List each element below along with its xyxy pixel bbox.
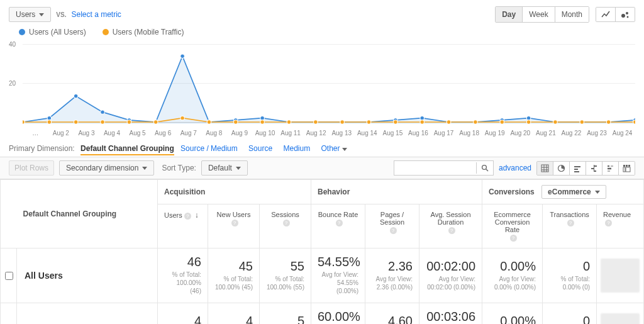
svg-point-7 bbox=[101, 110, 104, 114]
sort-arrow-icon: ↓ bbox=[195, 211, 199, 220]
y-tick-40: 40 bbox=[9, 41, 16, 48]
help-icon[interactable]: ? bbox=[231, 220, 238, 226]
metric-selector[interactable]: Users bbox=[9, 7, 51, 22]
col-new-users[interactable]: New Users? bbox=[208, 204, 260, 249]
help-icon[interactable]: ? bbox=[510, 235, 517, 242]
svg-point-34 bbox=[180, 116, 184, 120]
svg-point-52 bbox=[482, 165, 487, 170]
cell-bounce: 60.00%Avg for View:54.55% (10.00%) bbox=[311, 303, 365, 325]
legend-series-2: Users (Mobile Traffic) bbox=[103, 28, 184, 36]
chart-type-group bbox=[596, 7, 635, 22]
view-cloud-icon[interactable] bbox=[602, 162, 619, 175]
dim-medium[interactable]: Medium bbox=[283, 144, 310, 153]
svg-rect-73 bbox=[628, 165, 630, 167]
help-icon[interactable]: ? bbox=[448, 227, 455, 234]
svg-rect-60 bbox=[574, 166, 580, 167]
col-duration[interactable]: Avg. Session Duration ? bbox=[419, 204, 482, 249]
svg-rect-54 bbox=[541, 165, 548, 172]
svg-rect-65 bbox=[591, 168, 594, 169]
cell-users: 4% of Total:8.70% (46) bbox=[158, 303, 208, 325]
row-dimension-header: Default Channel Grouping bbox=[17, 180, 158, 249]
row-checkbox[interactable] bbox=[5, 272, 13, 280]
svg-point-0 bbox=[621, 14, 625, 18]
redacted-value bbox=[601, 313, 640, 324]
col-ecomm[interactable]: Ecommerce Conversion Rate? bbox=[482, 204, 543, 249]
cell-duration: 00:02:00Avg for View:00:02:00 (0.00%) bbox=[419, 249, 482, 303]
col-sessions[interactable]: Sessions? bbox=[260, 204, 311, 249]
dim-other[interactable]: Other bbox=[321, 144, 347, 153]
metric-selector-label: Users bbox=[16, 10, 35, 19]
view-table-icon[interactable] bbox=[537, 162, 553, 175]
svg-point-42 bbox=[394, 120, 397, 124]
svg-point-13 bbox=[260, 116, 264, 120]
advanced-link[interactable]: advanced bbox=[499, 164, 531, 172]
view-comparison-icon[interactable] bbox=[586, 162, 602, 175]
granularity-week[interactable]: Week bbox=[523, 7, 555, 22]
cell-trans: 0% of Total:0.00% (0) bbox=[543, 303, 597, 325]
granularity-month[interactable]: Month bbox=[555, 7, 589, 22]
cell-sessions: 55% of Total:100.00% (55) bbox=[260, 249, 311, 303]
svg-rect-74 bbox=[623, 167, 625, 172]
help-icon[interactable]: ? bbox=[390, 227, 397, 234]
row-label: All Users bbox=[17, 249, 158, 303]
col-bounce[interactable]: Bounce Rate? bbox=[311, 204, 365, 249]
svg-point-28 bbox=[23, 120, 25, 124]
help-icon[interactable]: ? bbox=[567, 220, 574, 226]
primary-dimension-active[interactable]: Default Channel Grouping bbox=[80, 144, 174, 155]
svg-rect-75 bbox=[626, 167, 630, 172]
conversions-selector[interactable]: eCommerce bbox=[541, 185, 606, 199]
chevron-down-icon bbox=[236, 167, 241, 170]
help-icon[interactable]: ? bbox=[336, 220, 343, 226]
svg-point-10 bbox=[180, 54, 184, 58]
search-input[interactable] bbox=[394, 161, 476, 175]
svg-point-43 bbox=[420, 120, 424, 124]
select-metric-link[interactable]: Select a metric bbox=[71, 10, 121, 19]
svg-rect-61 bbox=[574, 169, 578, 170]
cell-ecomm: 0.00%Avg for View:0.00% (0.00%) bbox=[482, 249, 543, 303]
svg-point-51 bbox=[633, 120, 635, 124]
help-icon[interactable]: ? bbox=[184, 213, 191, 220]
view-pie-icon[interactable] bbox=[553, 162, 570, 175]
svg-point-46 bbox=[500, 120, 504, 124]
svg-point-1 bbox=[626, 12, 628, 14]
row-label: Mobile Traffic bbox=[17, 303, 158, 325]
view-pivot-icon[interactable] bbox=[619, 162, 635, 175]
cell-sessions: 5% of Total:9.09% (55) bbox=[260, 303, 311, 325]
legend-label-2: Users (Mobile Traffic) bbox=[113, 28, 184, 36]
chevron-down-icon bbox=[39, 13, 44, 16]
dim-source-medium[interactable]: Source / Medium bbox=[180, 144, 238, 153]
dim-source[interactable]: Source bbox=[248, 144, 272, 153]
svg-marker-3 bbox=[23, 56, 635, 124]
legend-label-1: Users (All Users) bbox=[29, 28, 86, 36]
report-table: Default Channel Grouping Acquisition Beh… bbox=[0, 179, 644, 324]
col-pages[interactable]: Pages / Session? bbox=[365, 204, 419, 249]
y-tick-20: 20 bbox=[9, 80, 16, 87]
help-icon[interactable]: ? bbox=[283, 220, 290, 226]
col-users[interactable]: Users?↓ bbox=[158, 204, 208, 249]
view-bar-icon[interactable] bbox=[570, 162, 586, 175]
sort-type-button[interactable]: Default bbox=[201, 160, 248, 176]
view-mode-group bbox=[536, 161, 635, 176]
granularity-day[interactable]: Day bbox=[496, 7, 523, 22]
line-chart-icon[interactable] bbox=[596, 8, 616, 21]
search-button[interactable] bbox=[476, 162, 493, 174]
table-search bbox=[394, 160, 494, 176]
column-group-header: Default Channel Grouping Acquisition Beh… bbox=[1, 180, 644, 204]
svg-point-41 bbox=[367, 120, 370, 124]
cell-pages: 2.36Avg for View:2.36 (0.00%) bbox=[365, 249, 419, 303]
svg-point-30 bbox=[74, 120, 77, 124]
col-revenue[interactable]: Revenue ? bbox=[597, 204, 644, 249]
secondary-dimension-button[interactable]: Secondary dimension bbox=[59, 160, 154, 176]
help-icon[interactable]: ? bbox=[605, 220, 612, 226]
redacted-value bbox=[601, 259, 640, 293]
col-trans[interactable]: Transactions? bbox=[543, 204, 597, 249]
svg-point-35 bbox=[207, 120, 211, 124]
svg-point-39 bbox=[314, 120, 318, 124]
cell-new-users: 4% of Total:8.89% (45) bbox=[208, 303, 260, 325]
x-axis-labels: …Aug 2Aug 3Aug 4Aug 5Aug 6Aug 7Aug 8Aug … bbox=[23, 130, 635, 137]
cell-users: 46% of Total:100.00%(46) bbox=[158, 249, 208, 303]
svg-point-49 bbox=[580, 120, 584, 124]
granularity-group: Day Week Month bbox=[495, 6, 589, 23]
svg-point-33 bbox=[153, 120, 157, 124]
motion-chart-icon[interactable] bbox=[616, 8, 635, 21]
